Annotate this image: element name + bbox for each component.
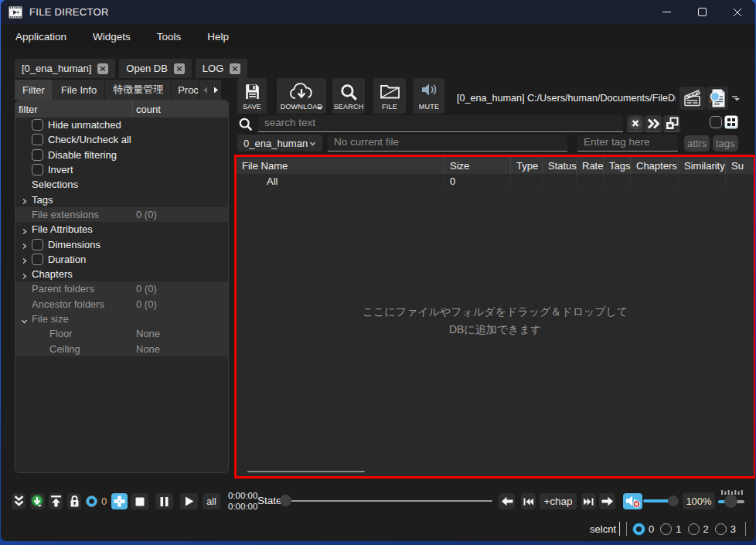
play-button[interactable] bbox=[180, 493, 198, 509]
doc-tab-1[interactable]: [0_ena_human] bbox=[15, 59, 115, 78]
table-row[interactable]: All0 bbox=[237, 174, 754, 189]
menu-widgets[interactable]: Widgets bbox=[93, 31, 131, 43]
tree-row[interactable]: Check/Uncheck all bbox=[15, 132, 228, 147]
column-header-size[interactable]: Size bbox=[444, 157, 511, 174]
save-button[interactable]: SAVE bbox=[237, 78, 267, 114]
current-file-input[interactable] bbox=[328, 135, 567, 152]
doc-search-button[interactable] bbox=[707, 87, 728, 110]
download-state-button[interactable] bbox=[30, 493, 45, 509]
search-input[interactable] bbox=[258, 115, 623, 132]
left-tab-file-info[interactable]: File Info bbox=[53, 80, 105, 100]
selcnt-radio-0[interactable]: 0 bbox=[633, 523, 654, 535]
expand-icon[interactable] bbox=[21, 271, 29, 278]
tags-button[interactable]: tags bbox=[713, 135, 738, 152]
tab-close-icon[interactable] bbox=[174, 63, 185, 74]
close-button[interactable] bbox=[720, 0, 755, 24]
column-header-similarity[interactable]: Similarity bbox=[679, 157, 726, 174]
new-window-button[interactable] bbox=[663, 115, 680, 132]
column-header-status[interactable]: Status bbox=[543, 157, 577, 174]
tree-row[interactable]: File size bbox=[15, 312, 228, 326]
tag-input[interactable] bbox=[577, 135, 678, 152]
menu-application[interactable]: Application bbox=[15, 31, 66, 43]
collapse-icon[interactable] bbox=[21, 315, 29, 323]
prev-chapter-button[interactable] bbox=[521, 493, 536, 509]
file-button[interactable]: FILE bbox=[373, 78, 406, 114]
expand-icon[interactable] bbox=[21, 226, 29, 233]
next-chapter-button[interactable] bbox=[581, 493, 596, 509]
mute-button[interactable]: MUTE bbox=[414, 78, 444, 114]
tab-close-icon[interactable] bbox=[230, 63, 240, 74]
title-bar[interactable]: FILE DIRECTOR bbox=[1, 0, 755, 24]
search-button[interactable]: SEARCH bbox=[332, 78, 365, 114]
grid-view-button[interactable] bbox=[724, 115, 738, 129]
maximize-button[interactable] bbox=[684, 0, 720, 24]
tree-row[interactable]: Parent folders0 (0) bbox=[15, 281, 228, 296]
tree-row[interactable]: FloorNone bbox=[15, 326, 228, 341]
lock-button[interactable] bbox=[67, 493, 81, 509]
rate-slider[interactable] bbox=[718, 493, 744, 509]
horizontal-scrollbar[interactable] bbox=[247, 471, 365, 472]
checkbox[interactable] bbox=[32, 254, 43, 265]
minimize-button[interactable] bbox=[649, 0, 684, 24]
tab-scroll-right-icon[interactable] bbox=[210, 80, 221, 100]
clapperboard-button[interactable] bbox=[679, 87, 706, 110]
tree-row[interactable]: Chapters bbox=[15, 267, 228, 281]
checkbox[interactable] bbox=[32, 134, 43, 145]
tree-row[interactable]: CeilingNone bbox=[15, 341, 228, 356]
tree-row[interactable]: Dimensions bbox=[15, 237, 228, 251]
collapse-all-button[interactable] bbox=[12, 493, 26, 509]
move-top-button[interactable] bbox=[49, 493, 63, 509]
doc-tab-3[interactable]: LOG bbox=[196, 59, 247, 78]
selcnt-radio-2[interactable]: 2 bbox=[688, 523, 709, 535]
dpad-button[interactable] bbox=[111, 493, 128, 509]
checkbox[interactable] bbox=[32, 119, 43, 131]
toolbar-overflow-icon[interactable] bbox=[730, 92, 743, 104]
filter-column-header[interactable]: filter bbox=[15, 100, 132, 118]
tree-row[interactable]: File Attributes bbox=[15, 222, 228, 237]
selcnt-radio-1[interactable]: 1 bbox=[660, 523, 681, 535]
prev-file-button[interactable] bbox=[499, 493, 515, 509]
tree-row[interactable]: Selections bbox=[15, 177, 228, 192]
pause-button[interactable] bbox=[155, 493, 173, 509]
clear-search-button[interactable] bbox=[627, 115, 644, 132]
tree-row[interactable]: Duration bbox=[15, 252, 228, 267]
tree-row[interactable]: Hide unmatched bbox=[15, 118, 228, 132]
column-header-chapters[interactable]: Chapters bbox=[631, 157, 679, 174]
tab-close-icon[interactable] bbox=[97, 63, 108, 74]
checkbox[interactable] bbox=[32, 239, 43, 250]
selcnt-radio-3[interactable]: 3 bbox=[715, 523, 736, 535]
play-all-button[interactable]: all bbox=[203, 493, 220, 509]
volume-slider[interactable] bbox=[643, 493, 679, 509]
column-header-rate[interactable]: Rate bbox=[577, 157, 604, 174]
column-header-su[interactable]: Su bbox=[726, 157, 754, 174]
expand-icon[interactable] bbox=[21, 255, 29, 263]
column-header-tags[interactable]: Tags bbox=[604, 157, 631, 174]
column-header-file-name[interactable]: File Name bbox=[237, 157, 444, 174]
record-ring-icon[interactable] bbox=[85, 495, 98, 508]
attrs-button[interactable]: attrs bbox=[684, 135, 710, 152]
download-button[interactable]: DOWNLOAD bbox=[277, 78, 326, 114]
tree-row[interactable]: Ancestor folders0 (0) bbox=[15, 297, 228, 312]
count-column-header[interactable]: count bbox=[132, 100, 228, 118]
stop-button[interactable] bbox=[131, 493, 148, 509]
view-toggle-checkbox[interactable] bbox=[710, 116, 722, 128]
add-chapter-button[interactable]: +chap bbox=[540, 493, 577, 509]
menu-help[interactable]: Help bbox=[207, 31, 229, 43]
tree-row[interactable]: Disable filtering bbox=[15, 148, 228, 162]
state-slider[interactable] bbox=[280, 492, 492, 509]
tab-scroll-left-icon[interactable] bbox=[199, 80, 210, 100]
mute-toggle-button[interactable] bbox=[623, 493, 642, 509]
checkbox[interactable] bbox=[32, 164, 43, 175]
checkbox[interactable] bbox=[32, 149, 43, 161]
expand-icon[interactable] bbox=[21, 240, 29, 248]
expand-icon[interactable] bbox=[21, 196, 29, 203]
search-forward-button[interactable] bbox=[645, 115, 662, 132]
tree-row[interactable]: File extensions0 (0) bbox=[15, 207, 228, 222]
left-tab-filter[interactable]: Filter bbox=[15, 80, 53, 100]
tree-row[interactable]: Tags bbox=[15, 192, 228, 206]
tree-row[interactable]: Invert bbox=[15, 162, 228, 177]
menu-tools[interactable]: Tools bbox=[157, 31, 182, 43]
next-file-button[interactable] bbox=[599, 493, 615, 509]
column-header-type[interactable]: Type bbox=[511, 157, 543, 174]
db-select[interactable]: 0_ena_human bbox=[237, 135, 322, 152]
